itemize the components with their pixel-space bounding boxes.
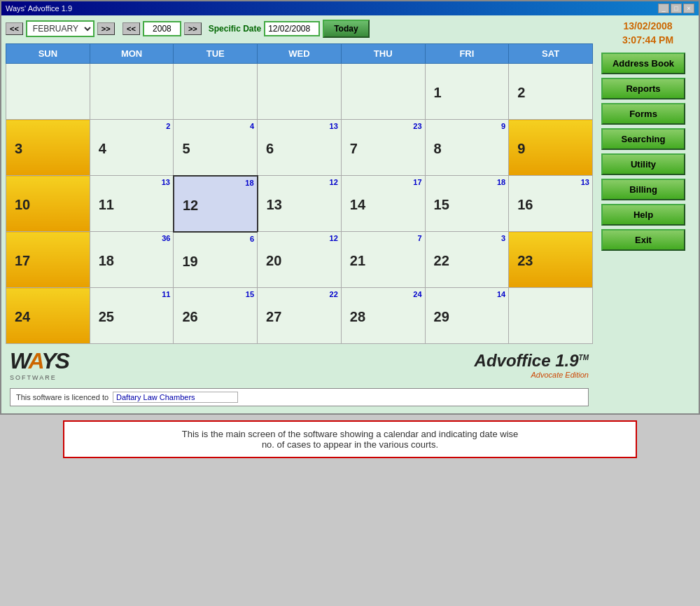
side-btn-help[interactable]: Help [601, 204, 685, 226]
table-row[interactable]: 3618 [90, 232, 174, 288]
side-btn-reports[interactable]: Reports [601, 78, 685, 99]
next-year-btn[interactable]: >> [184, 22, 202, 35]
cal-header-thu: THU [341, 44, 425, 64]
table-row[interactable]: 1714 [341, 176, 425, 232]
table-row[interactable]: 1815 [425, 176, 509, 232]
day-badge: 23 [413, 122, 421, 130]
table-row[interactable]: 1526 [174, 288, 258, 344]
cal-header-fri: FRI [425, 44, 509, 64]
table-row[interactable]: 1 [425, 64, 509, 120]
day-number: 5 [182, 141, 255, 157]
day-number: 18 [99, 253, 172, 269]
day-badge: 36 [162, 234, 170, 242]
prev-month-btn[interactable]: << [6, 22, 23, 35]
left-panel: << FEBRUARY >> << >> Specific Date Today… [1, 15, 597, 413]
logo-sub: SOFTWARE [10, 374, 57, 381]
day-number: 26 [182, 309, 255, 325]
day-badge: 2 [166, 122, 170, 130]
day-badge: 7 [417, 234, 421, 242]
tm-sup: TM [579, 354, 589, 361]
side-btn-billing[interactable]: Billing [601, 179, 685, 200]
specific-date-input[interactable] [264, 21, 320, 36]
table-row[interactable]: 1316 [509, 176, 593, 232]
month-select[interactable]: FEBRUARY [26, 20, 94, 37]
day-number: 22 [434, 253, 507, 269]
table-row[interactable]: 1311 [90, 176, 174, 232]
next-month-btn[interactable]: >> [97, 22, 115, 35]
table-row[interactable]: 2 [509, 64, 593, 120]
specific-date-label: Specific Date [209, 24, 261, 34]
day-number: 11 [99, 197, 172, 213]
table-row[interactable]: 24 [90, 120, 174, 176]
table-row[interactable]: 9 [509, 120, 593, 176]
current-date: 13/02/2008 [622, 20, 673, 34]
day-number: 9 [517, 141, 591, 157]
side-btn-searching[interactable]: Searching [601, 128, 685, 150]
cal-header-mon: MON [90, 44, 174, 64]
title-bar: Ways' Advoffice 1.9 _ □ × [1, 1, 699, 15]
day-badge: 12 [330, 234, 338, 242]
table-row [258, 64, 342, 120]
side-btn-address-book[interactable]: Address Book [601, 53, 685, 74]
close-btn[interactable]: × [683, 4, 694, 13]
prev-year-btn[interactable]: << [122, 22, 140, 35]
current-date-time: 13/02/2008 3:07:44 PM [622, 20, 673, 47]
table-row[interactable]: 136 [258, 120, 342, 176]
day-badge: 24 [413, 290, 421, 298]
current-time: 3:07:44 PM [622, 34, 673, 48]
day-number: 29 [434, 309, 507, 325]
table-row[interactable]: 1812 [174, 176, 258, 232]
day-badge: 13 [581, 178, 589, 186]
day-number: 23 [517, 253, 591, 269]
footer-right: Advoffice 1.9TM Advocate Edition [475, 351, 589, 379]
day-badge: 18 [497, 178, 505, 186]
table-row[interactable]: 1220 [258, 232, 342, 288]
cal-header-sat: SAT [509, 44, 593, 64]
cal-header-tue: TUE [174, 44, 258, 64]
main-window: Ways' Advoffice 1.9 _ □ × << FEBRUARY >>… [0, 0, 700, 415]
table-row[interactable]: 619 [174, 232, 258, 288]
advoffice-text: Advoffice 1.9TM [475, 351, 589, 370]
day-number: 24 [15, 309, 88, 325]
right-panel: 13/02/2008 3:07:44 PM Address BookReport… [597, 15, 699, 413]
day-number: 16 [517, 197, 591, 213]
day-number: 15 [434, 197, 507, 213]
day-badge: 4 [250, 122, 254, 130]
table-row[interactable]: 24 [6, 288, 90, 344]
minimize-btn[interactable]: _ [658, 4, 669, 13]
day-number: 27 [266, 309, 340, 325]
day-badge: 22 [330, 290, 338, 298]
maximize-btn[interactable]: □ [671, 4, 682, 13]
window-title: Ways' Advoffice 1.9 [6, 4, 72, 13]
top-bar: << FEBRUARY >> << >> Specific Date Today [6, 20, 593, 38]
table-row [90, 64, 174, 120]
side-btn-utility[interactable]: Utility [601, 153, 685, 175]
table-row[interactable]: 23 [509, 232, 593, 288]
day-badge: 13 [330, 122, 338, 130]
table-row[interactable]: 237 [341, 120, 425, 176]
table-row [341, 64, 425, 120]
day-badge: 18 [245, 179, 253, 187]
license-value: Daftary Law Chambers [113, 392, 238, 403]
year-input[interactable] [143, 21, 181, 36]
table-row[interactable]: 2227 [258, 288, 342, 344]
main-content: << FEBRUARY >> << >> Specific Date Today… [1, 15, 699, 413]
side-btn-exit[interactable]: Exit [601, 229, 685, 251]
cal-header-wed: WED [258, 44, 342, 64]
table-row[interactable]: 45 [174, 120, 258, 176]
side-buttons: Address BookReportsFormsSearchingUtility… [601, 53, 694, 254]
table-row[interactable]: 3 [6, 120, 90, 176]
table-row[interactable]: 1213 [258, 176, 342, 232]
day-number: 25 [99, 309, 172, 325]
table-row[interactable]: 1125 [90, 288, 174, 344]
table-row[interactable]: 2428 [341, 288, 425, 344]
table-row[interactable]: 17 [6, 232, 90, 288]
side-btn-forms[interactable]: Forms [601, 103, 685, 125]
today-btn[interactable]: Today [323, 20, 369, 38]
table-row[interactable]: 10 [6, 176, 90, 232]
table-row[interactable]: 1429 [425, 288, 509, 344]
day-number: 8 [434, 141, 507, 157]
table-row[interactable]: 721 [341, 232, 425, 288]
table-row[interactable]: 322 [425, 232, 509, 288]
table-row[interactable]: 98 [425, 120, 509, 176]
